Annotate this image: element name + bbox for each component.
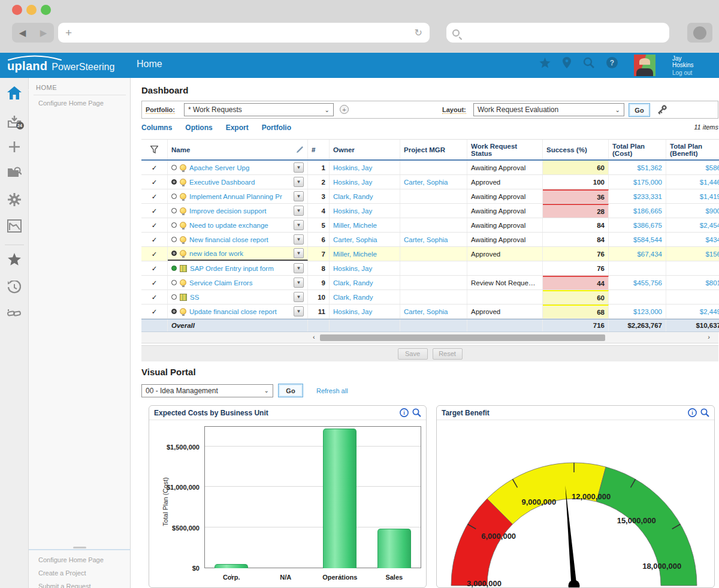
status-column-header[interactable]: Work Request Status xyxy=(467,140,543,159)
status-dot-icon[interactable] xyxy=(171,208,177,213)
submit-a-request-link[interactable]: Submit a Request xyxy=(38,583,90,588)
filter-funnel-icon[interactable] xyxy=(141,140,168,159)
scroll-right-icon[interactable]: › xyxy=(708,333,710,340)
row-checkmark[interactable]: ✓ xyxy=(141,161,168,174)
row-dropdown-button[interactable]: ▼ xyxy=(294,248,304,258)
portal-select[interactable]: 00 - Idea Management⌄ xyxy=(141,384,273,397)
pm-link[interactable]: Carter, Sophia xyxy=(404,179,448,186)
forward-icon[interactable]: ▶ xyxy=(40,28,47,38)
bottom-configure-home-page-link[interactable]: Configure Home Page xyxy=(38,556,104,563)
row-checkmark[interactable]: ✓ xyxy=(141,261,168,275)
owner-link[interactable]: Hoskins, Jay xyxy=(333,265,372,272)
table-row[interactable]: ✓ Executive Dashboard ▼ 2Hoskins, JayCar… xyxy=(141,175,719,189)
reports-chart-icon[interactable] xyxy=(0,216,29,236)
portfolio-select[interactable]: * Work Requests⌄ xyxy=(184,103,334,116)
row-checkmark[interactable]: ✓ xyxy=(141,204,168,218)
cost-column-header[interactable]: Total Plan (Cost) xyxy=(609,140,666,159)
reset-button[interactable]: Reset xyxy=(433,348,463,360)
zoom-window-button[interactable] xyxy=(41,5,51,15)
back-icon[interactable]: ◀ xyxy=(19,28,26,38)
table-row[interactable]: ✓ Implement Annual Planning Pr ▼ 3Clark,… xyxy=(141,189,719,204)
favorites-nav-icon[interactable] xyxy=(0,249,29,270)
row-dropdown-button[interactable]: ▼ xyxy=(294,263,304,273)
bar-sales[interactable] xyxy=(377,529,411,568)
location-pin-icon[interactable] xyxy=(563,57,571,68)
owner-link[interactable]: Miller, Michele xyxy=(333,222,377,229)
search-icon[interactable] xyxy=(583,57,594,68)
row-dropdown-button[interactable]: ▼ xyxy=(294,191,304,201)
layout-select[interactable]: Work Request Evaluation⌄ xyxy=(473,103,624,116)
inbox-nav-icon[interactable]: 24 xyxy=(0,111,29,132)
refresh-all-link[interactable]: Refresh all xyxy=(316,387,348,394)
row-dropdown-button[interactable]: ▼ xyxy=(294,162,304,173)
table-horizontal-scrollbar[interactable]: ‹ › xyxy=(141,332,718,343)
status-dot-icon[interactable] xyxy=(171,222,177,228)
layout-go-button[interactable]: Go xyxy=(629,103,650,117)
create-a-project-link[interactable]: Create a Project xyxy=(38,569,86,577)
owner-link[interactable]: Hoskins, Jay xyxy=(333,179,372,186)
bar-corp[interactable] xyxy=(215,564,248,568)
home-nav-icon[interactable] xyxy=(0,83,29,103)
owner-link[interactable]: Hoskins, Jay xyxy=(333,164,372,171)
project-search-nav-icon[interactable] xyxy=(0,162,29,182)
create-nav-icon[interactable] xyxy=(0,137,29,157)
logout-link[interactable]: Log out xyxy=(672,70,694,76)
owner-link[interactable]: Clark, Randy xyxy=(333,294,373,301)
work-item-link[interactable]: Apache Server Upg xyxy=(189,164,249,171)
row-checkmark[interactable]: ✓ xyxy=(141,276,168,290)
work-item-link[interactable]: Executive Dashboard xyxy=(189,179,255,186)
key-icon[interactable] xyxy=(656,104,668,116)
status-dot-icon[interactable] xyxy=(171,237,177,242)
add-portfolio-icon[interactable]: + xyxy=(340,105,349,114)
owner-link[interactable]: Hoskins, Jay xyxy=(333,207,372,215)
owner-link[interactable]: Clark, Randy xyxy=(333,193,373,200)
table-row[interactable]: ✓ Need to update exchange ▼ 5Miller, Mic… xyxy=(141,218,719,233)
work-item-link[interactable]: SS xyxy=(190,294,199,301)
browser-search-input[interactable] xyxy=(446,23,669,43)
scroll-left-icon[interactable]: ‹ xyxy=(313,333,315,340)
row-dropdown-button[interactable]: ▼ xyxy=(294,206,304,216)
minimize-window-button[interactable] xyxy=(26,5,37,15)
user-avatar[interactable] xyxy=(634,55,655,76)
export-link[interactable]: Export xyxy=(226,123,249,132)
status-dot-icon[interactable] xyxy=(171,194,177,199)
reload-icon[interactable]: ↻ xyxy=(415,27,422,38)
owner-link[interactable]: Clark, Randy xyxy=(333,279,373,287)
owner-link[interactable]: Hoskins, Jay xyxy=(333,308,372,315)
table-row[interactable]: ✓ SS ▼ 10Clark, Randy60 xyxy=(141,290,719,304)
favorites-star-icon[interactable] xyxy=(539,58,551,68)
owner-column-header[interactable]: Owner xyxy=(330,140,400,159)
row-checkmark[interactable]: ✓ xyxy=(141,218,168,232)
help-icon[interactable]: ? xyxy=(606,57,618,68)
info-icon[interactable]: i xyxy=(688,408,697,417)
table-row[interactable]: ✓ Apache Server Upg ▼ 1Hoskins, JayAwait… xyxy=(141,161,719,175)
work-item-link[interactable]: SAP Order Entry input form xyxy=(190,265,274,272)
row-dropdown-button[interactable]: ▼ xyxy=(294,278,304,288)
status-dot-icon[interactable] xyxy=(171,251,177,256)
status-dot-icon[interactable] xyxy=(171,280,177,285)
owner-link[interactable]: Carter, Sophia xyxy=(333,236,377,243)
zoom-icon[interactable] xyxy=(412,408,421,417)
pm-column-header[interactable]: Project MGR xyxy=(400,140,467,159)
columns-link[interactable]: Columns xyxy=(141,123,172,132)
portfolio-link[interactable]: Portfolio xyxy=(262,123,291,132)
status-dot-icon[interactable] xyxy=(171,179,177,185)
status-dot-icon[interactable] xyxy=(171,266,177,271)
work-item-link[interactable]: Need to update exchange xyxy=(189,222,268,229)
work-item-link[interactable]: new idea for work xyxy=(189,250,243,257)
work-item-link[interactable]: Update financial close report xyxy=(189,308,277,315)
row-checkmark[interactable]: ✓ xyxy=(141,189,168,203)
pm-link[interactable]: Carter, Sophia xyxy=(404,308,448,315)
table-row[interactable]: ✓ new idea for work ▼ 7Miller, MicheleAp… xyxy=(141,247,719,261)
zoom-icon[interactable] xyxy=(700,408,709,417)
status-dot-icon[interactable] xyxy=(171,309,177,314)
work-item-link[interactable]: Service Claim Errors xyxy=(189,279,252,287)
table-row[interactable]: ✓ SAP Order Entry input form ▼ 8Hoskins,… xyxy=(141,261,719,276)
settings-gear-icon[interactable] xyxy=(0,189,29,210)
row-checkmark[interactable]: ✓ xyxy=(141,304,168,318)
row-dropdown-button[interactable]: ▼ xyxy=(294,306,304,316)
save-button[interactable]: Save xyxy=(398,348,428,360)
owner-link[interactable]: Miller, Michele xyxy=(333,251,377,258)
close-window-button[interactable] xyxy=(12,5,22,15)
row-dropdown-button[interactable]: ▼ xyxy=(294,292,304,302)
